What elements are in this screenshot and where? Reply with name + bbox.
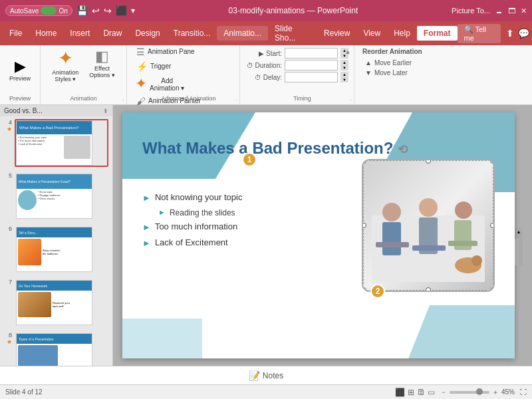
scroll-thumb[interactable] <box>515 239 523 265</box>
ribbon: ▶ Preview Preview ✦ AnimationStyles ▾ ◧ … <box>0 45 532 105</box>
zoom-in-btn[interactable]: ＋ <box>492 388 499 397</box>
move-later-label: Move Later <box>374 69 408 76</box>
share-btn[interactable]: ⬆ <box>506 28 514 39</box>
fit-btn[interactable]: ⛶ <box>520 388 527 396</box>
minimize-btn[interactable]: 🗕 <box>495 7 503 15</box>
menu-animations[interactable]: Animatio... <box>217 26 268 41</box>
notes-tab[interactable]: 📝 Notes <box>241 366 291 384</box>
comment-btn[interactable]: 💬 <box>518 28 529 39</box>
slide-thumb-img-5: What Makes a Presentation Good? • Know t… <box>16 174 92 219</box>
slide-thumb-wrapper-8[interactable]: Types of a Presentation <box>15 332 108 366</box>
animation-styles-button[interactable]: ✦ AnimationStyles ▾ <box>48 47 82 85</box>
animation-group-expand[interactable]: ⬞ <box>122 97 125 103</box>
bullet-arrow-2: ► <box>142 222 151 232</box>
move-earlier-button[interactable]: ▲ Move Earlier <box>362 58 433 68</box>
delay-up[interactable]: ▲ <box>340 72 348 77</box>
duration-up[interactable]: ▲ <box>340 60 348 65</box>
scroll-up-btn[interactable]: ▲ <box>515 227 523 235</box>
reorder-title: Reorder Animation <box>362 48 433 55</box>
handle-bm[interactable] <box>426 287 431 292</box>
notes-view-icon[interactable]: 🖺 <box>417 388 425 397</box>
animation-pane-icon: ☰ <box>136 47 145 57</box>
menu-help[interactable]: Help <box>387 26 417 41</box>
view-icons: ⬛ ⊞ 🖺 ▭ <box>395 388 435 397</box>
slide-thumb-7[interactable]: 7 Do Your Homework Research yourtopic we… <box>4 279 108 327</box>
handle-ml[interactable] <box>362 223 366 228</box>
close-btn[interactable]: ✕ <box>521 7 527 15</box>
notes-icon: 📝 <box>249 370 260 381</box>
handle-tl[interactable] <box>362 159 366 164</box>
bullet-arrow-3: ► <box>142 238 151 248</box>
zoom-thumb[interactable] <box>476 388 483 395</box>
slide-panel: Good vs. B... ⬆ 4 ★ What Makes a Bad Pre… <box>0 105 113 366</box>
redo-icon[interactable]: ↪ <box>104 5 112 16</box>
add-animation-label: AddAnimation ▾ <box>150 77 184 92</box>
slide-thumb-wrapper-7[interactable]: Do Your Homework Research yourtopic well <box>15 279 108 327</box>
handle-mr[interactable] <box>490 223 495 228</box>
add-animation-button[interactable]: ✦ AddAnimation ▾ <box>132 74 212 93</box>
handle-bl[interactable] <box>362 287 366 292</box>
present-icon[interactable]: ⬛ <box>116 5 127 16</box>
trigger-label: Trigger <box>150 63 171 70</box>
search-box[interactable]: 🔍 Tell me <box>458 24 501 43</box>
delay-label: ⏱ Delay: <box>245 74 282 81</box>
slide-anim-marker-4: ★ <box>7 126 12 132</box>
undo-icon[interactable]: ↩ <box>92 5 100 16</box>
autosave-state: On <box>59 7 67 15</box>
slide-thumb-8[interactable]: 8 ★ Types of a Presentation <box>4 332 108 366</box>
menu-slideshow[interactable]: Slide Sho... <box>268 21 317 45</box>
menu-insert[interactable]: Insert <box>63 26 96 41</box>
start-input[interactable] <box>285 48 338 59</box>
menu-home[interactable]: Home <box>29 26 63 41</box>
zoom-slider[interactable] <box>450 391 489 394</box>
duration-down[interactable]: ▼ <box>340 65 348 70</box>
effect-options-button[interactable]: ◧ EffectOptions ▾ <box>85 47 119 85</box>
advanced-group-expand[interactable]: ⬞ <box>235 97 238 103</box>
menu-view[interactable]: View <box>356 26 387 41</box>
normal-view-icon[interactable]: ⬛ <box>395 388 405 397</box>
slide-thumb-4[interactable]: 4 ★ What Makes a Bad Presentation? • Not… <box>4 119 108 167</box>
title-bar: AutoSave On 💾 ↩ ↪ ⬛ ▾ 03-modify-animatio… <box>0 0 532 21</box>
panel-collapse[interactable]: ⬆ <box>103 108 108 114</box>
timing-collapse[interactable]: ▲ <box>344 48 351 55</box>
zoom-out-btn[interactable]: － <box>440 388 447 397</box>
menu-file[interactable]: File <box>3 26 29 41</box>
menu-transitions[interactable]: Transitio... <box>167 26 217 41</box>
editor-scrollbar[interactable]: ▲ ▼ <box>515 227 523 243</box>
slide-num-4: 4 <box>4 119 12 126</box>
slide-thumb-5[interactable]: 5 What Makes a Presentation Good? • Know… <box>4 172 108 220</box>
preview-button[interactable]: ▶ Preview <box>5 57 35 84</box>
slide-thumb-6[interactable]: 6 Tell a Story... Story connectsthe audi… <box>4 225 108 273</box>
delay-input[interactable] <box>285 72 338 82</box>
handle-br[interactable] <box>490 287 495 292</box>
slide-thumb-wrapper-6[interactable]: Tell a Story... Story connectsthe audien… <box>15 225 108 273</box>
ribbon-group-timing: ▶ Start: ▲ ▼ ⏱ Duration: ▲ ▼ ⏱ Delay: ▲ … <box>240 45 354 104</box>
animation-pane-button[interactable]: ☰ Animation Pane <box>132 45 212 59</box>
duration-input[interactable] <box>285 60 338 70</box>
slide-thumb-wrapper-4[interactable]: What Makes a Bad Presentation? • Not kno… <box>15 119 108 167</box>
menu-design[interactable]: Design <box>128 26 166 41</box>
slide-anim-marker-8: ★ <box>7 338 12 345</box>
ribbon-group-reorder: Reorder Animation ▲ Move Earlier ▼ Move … <box>354 45 441 104</box>
slide-title[interactable]: What Makes a Bad Presentation? ⟲ <box>142 139 408 158</box>
slide-photo[interactable] <box>362 159 495 292</box>
menu-draw[interactable]: Draw <box>96 26 128 41</box>
menu-review[interactable]: Review <box>317 26 356 41</box>
move-later-button[interactable]: ▼ Move Later <box>362 68 433 78</box>
reading-view-icon[interactable]: ▭ <box>428 388 435 397</box>
autosave-badge[interactable]: AutoSave On <box>5 5 72 16</box>
maximize-btn[interactable]: 🗖 <box>508 7 515 15</box>
timing-group-expand[interactable]: ⬞ <box>349 97 352 103</box>
trigger-button[interactable]: ⚡ Trigger <box>132 60 212 73</box>
move-earlier-label: Move Earlier <box>374 59 412 66</box>
ribbon-group-preview: ▶ Preview Preview <box>0 45 41 104</box>
handle-tm[interactable] <box>426 159 431 164</box>
status-left: Slide 4 of 12 <box>5 388 43 396</box>
menu-format[interactable]: Format <box>417 26 458 41</box>
save-icon[interactable]: 💾 <box>76 5 88 16</box>
delay-down[interactable]: ▼ <box>340 77 348 82</box>
autosave-toggle[interactable] <box>41 7 57 15</box>
grid-view-icon[interactable]: ⊞ <box>408 388 414 397</box>
slide-thumb-wrapper-5[interactable]: What Makes a Presentation Good? • Know t… <box>15 172 108 220</box>
panel-title: Good vs. B... <box>4 107 43 114</box>
